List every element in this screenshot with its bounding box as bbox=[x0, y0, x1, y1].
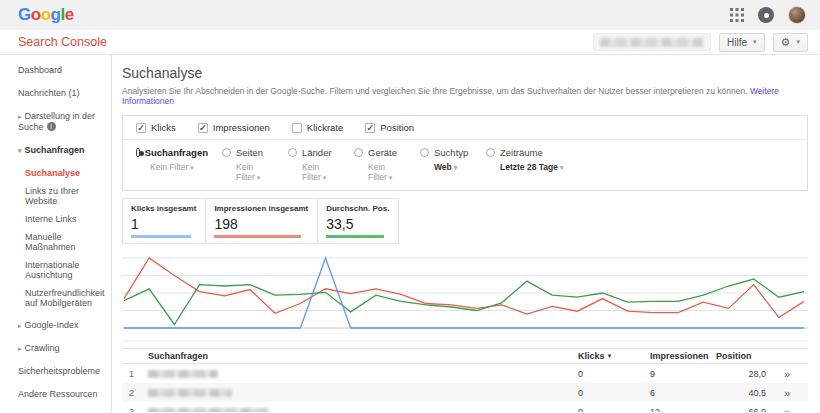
checkbox-icon bbox=[292, 123, 302, 133]
metric-card-klicks-insgesamt[interactable]: Klicks insgesamt1 bbox=[122, 198, 206, 244]
sidebar-item-internationale-ausrichtung[interactable]: Internationale Ausrichtung bbox=[25, 260, 107, 280]
info-icon[interactable]: i bbox=[47, 122, 56, 131]
sidebar-item-andere-ressourcen[interactable]: Andere Ressourcen bbox=[18, 389, 107, 400]
dimension-radio-zeitraeume[interactable]: Zeiträume bbox=[486, 147, 596, 158]
sidebar-item-links-zu-ihrer-website[interactable]: Links zu Ihrer Website bbox=[25, 186, 107, 206]
row-rank: 2 bbox=[122, 388, 138, 398]
metric-toggle-klickrate[interactable]: Klickrate bbox=[292, 122, 343, 133]
query-redacted-text bbox=[148, 370, 218, 378]
dimension-radio-laender[interactable]: Länder bbox=[288, 147, 340, 158]
table-header-klicks[interactable]: Klicks▼ bbox=[578, 351, 650, 361]
table-header-position[interactable]: Position bbox=[716, 351, 766, 361]
sidebar-item-label: Google-Index bbox=[25, 320, 79, 330]
dimension-radio-seiten[interactable]: Seiten bbox=[222, 147, 274, 158]
dimension-radio-suchtyp[interactable]: Suchtyp bbox=[420, 147, 472, 158]
dimension-filter-dropdown[interactable]: Kein Filter ▾ bbox=[302, 162, 340, 182]
summary-cards: Klicks insgesamt1Impressionen insgesamt1… bbox=[122, 198, 808, 244]
page-description-text: Analysieren Sie Ihr Abschneiden in der G… bbox=[122, 86, 748, 96]
dimension-filter-value: Kein Filter bbox=[150, 162, 188, 172]
expand-row-icon[interactable]: » bbox=[766, 387, 808, 399]
line-chart-svg bbox=[122, 248, 808, 345]
table-header-query[interactable]: Suchanfragen bbox=[138, 351, 578, 361]
metric-toggle-label: Klickrate bbox=[307, 122, 343, 133]
table-header-impressionen[interactable]: Impressionen bbox=[650, 351, 716, 361]
metric-card-color-bar bbox=[131, 235, 191, 238]
chart-series-position bbox=[124, 279, 804, 325]
dimension-radio-suchanfragen[interactable]: Suchanfragen bbox=[136, 147, 208, 158]
dimension-filter-dropdown[interactable]: Letzte 28 Tage ▾ bbox=[500, 162, 596, 172]
row-query[interactable] bbox=[138, 408, 578, 413]
row-impressionen: 6 bbox=[650, 388, 716, 398]
dimension-label: Länder bbox=[302, 147, 332, 158]
expand-row-icon[interactable]: » bbox=[766, 368, 808, 380]
dimension-filter-value: Kein Filter bbox=[368, 162, 387, 182]
sidebar-item-nutzerfreundlichkeit-auf-mobilgeraeten[interactable]: Nutzerfreundlichkeit auf Mobilgeräten bbox=[25, 288, 107, 308]
dimension-label: Suchtyp bbox=[434, 147, 468, 158]
chevron-down-icon: ▾ bbox=[753, 38, 757, 46]
metric-toggle-impressionen[interactable]: ✓Impressionen bbox=[198, 122, 270, 133]
user-avatar[interactable] bbox=[788, 6, 806, 24]
sidebar: DashboardNachrichten (1)▸Darstellung in … bbox=[0, 55, 112, 412]
apps-grid-icon[interactable] bbox=[730, 8, 744, 22]
dimension-seiten: SeitenKein Filter ▾ bbox=[222, 147, 274, 182]
gear-icon: ⚙ bbox=[781, 37, 791, 48]
dimension-filter-dropdown[interactable]: Kein Filter ▾ bbox=[368, 162, 406, 182]
sidebar-item-suchanalyse[interactable]: Suchanalyse bbox=[25, 168, 107, 178]
metric-card-value: 198 bbox=[214, 216, 308, 232]
sidebar-item-label: Darstellung in der Suche bbox=[18, 111, 95, 132]
row-query[interactable] bbox=[138, 389, 578, 397]
dimension-filter-dropdown[interactable]: Kein Filter ▾ bbox=[236, 162, 274, 182]
help-button[interactable]: Hilfe ▾ bbox=[719, 33, 765, 52]
sidebar-item-manuelle-massnahmen[interactable]: Manuelle Maßnahmen bbox=[25, 232, 107, 252]
row-position: 66,0 bbox=[716, 407, 766, 413]
metric-card-impressionen-insgesamt[interactable]: Impressionen insgesamt198 bbox=[206, 198, 318, 244]
dimension-zeitraeume: ZeiträumeLetzte 28 Tage ▾ bbox=[486, 147, 596, 182]
row-impressionen: 9 bbox=[650, 369, 716, 379]
dimension-filter-dropdown[interactable]: Web ▾ bbox=[434, 162, 472, 172]
dimension-label: Suchanfragen bbox=[145, 147, 208, 158]
app-title[interactable]: Search Console bbox=[18, 35, 107, 49]
checkbox-icon: ✓ bbox=[136, 123, 146, 133]
sidebar-item-nachrichten-1[interactable]: Nachrichten (1) bbox=[18, 88, 107, 99]
metric-card-value: 33,5 bbox=[326, 216, 389, 232]
sidebar-item-label: Manuelle Maßnahmen bbox=[25, 232, 76, 252]
row-query[interactable] bbox=[138, 370, 578, 378]
property-redacted-text bbox=[600, 38, 704, 47]
google-logo[interactable]: Google bbox=[18, 5, 74, 25]
metric-card-value: 1 bbox=[131, 216, 196, 232]
settings-button[interactable]: ⚙ ▾ bbox=[773, 33, 808, 52]
sidebar-item-crawling[interactable]: ▸Crawling bbox=[18, 343, 107, 354]
row-impressionen: 12 bbox=[650, 407, 716, 413]
sidebar-item-label: Suchanalyse bbox=[25, 168, 80, 178]
metric-card-durchschn-pos[interactable]: Durchschn. Pos.33,5 bbox=[318, 198, 399, 244]
sidebar-item-suchanfragen[interactable]: ▾Suchanfragen bbox=[18, 145, 107, 156]
metric-toggle-position[interactable]: ✓Position bbox=[365, 122, 414, 133]
radio-icon bbox=[420, 148, 429, 157]
sidebar-item-dashboard[interactable]: Dashboard bbox=[18, 65, 107, 76]
metric-toggle-klicks[interactable]: ✓Klicks bbox=[136, 122, 176, 133]
appbar-actions: Hilfe ▾ ⚙ ▾ bbox=[593, 33, 808, 52]
sidebar-item-darstellung-in-der-suche[interactable]: ▸Darstellung in der Suchei bbox=[18, 111, 107, 133]
filter-panel: ✓Klicks✓ImpressionenKlickrate✓Position S… bbox=[122, 115, 808, 191]
sidebar-item-google-index[interactable]: ▸Google-Index bbox=[18, 320, 107, 331]
dimension-filter-dropdown[interactable]: Kein Filter ▾ bbox=[150, 162, 208, 172]
sidebar-subitems: SuchanalyseLinks zu Ihrer WebsiteInterne… bbox=[25, 168, 107, 308]
sidebar-item-interne-links[interactable]: Interne Links bbox=[25, 214, 107, 224]
notifications-icon[interactable] bbox=[758, 7, 774, 23]
dimension-label: Zeiträume bbox=[500, 147, 543, 158]
dimension-radio-geraete[interactable]: Geräte bbox=[354, 147, 406, 158]
page-title: Suchanalyse bbox=[122, 65, 808, 81]
chevron-down-icon: ▾ bbox=[387, 174, 392, 181]
dimension-filter-row: SuchanfragenKein Filter ▾SeitenKein Filt… bbox=[123, 140, 807, 190]
metric-toggle-label: Position bbox=[380, 122, 414, 133]
radio-icon bbox=[486, 148, 495, 157]
property-selector[interactable] bbox=[593, 33, 711, 51]
dimension-label: Seiten bbox=[236, 147, 263, 158]
metric-card-label: Durchschn. Pos. bbox=[326, 204, 389, 213]
row-klicks: 0 bbox=[578, 388, 650, 398]
metric-card-color-bar bbox=[214, 235, 300, 238]
row-position: 40,5 bbox=[716, 388, 766, 398]
sidebar-item-sicherheitsprobleme[interactable]: Sicherheitsprobleme bbox=[18, 366, 107, 377]
timeseries-chart bbox=[122, 248, 808, 345]
expand-row-icon[interactable]: » bbox=[766, 406, 808, 413]
